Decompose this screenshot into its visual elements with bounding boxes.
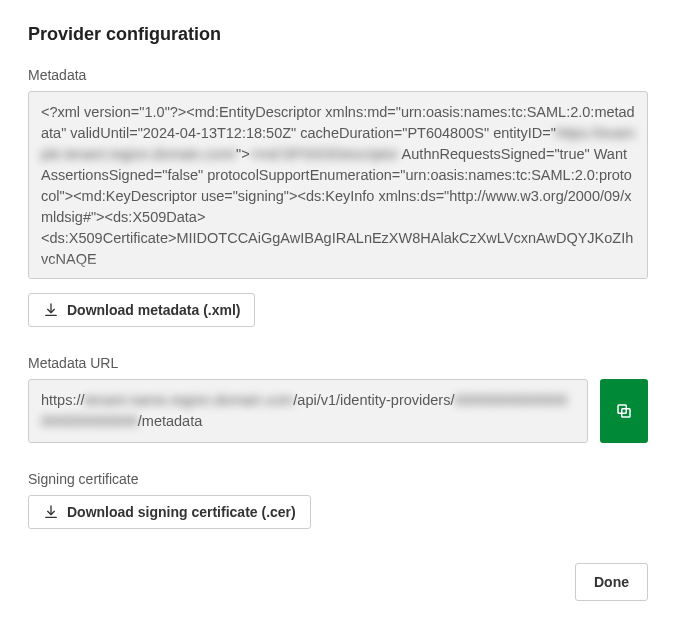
download-icon (43, 504, 59, 520)
url-redacted-host: tenant-name.region.domain.com (85, 392, 294, 408)
copy-icon (615, 402, 633, 420)
url-prefix: https:// (41, 392, 85, 408)
url-middle: /api/v1/identity-providers/ (293, 392, 454, 408)
metadata-url-content: https://tenant-name.region.domain.com/ap… (28, 379, 588, 443)
metadata-url-label: Metadata URL (28, 355, 648, 371)
download-metadata-label: Download metadata (.xml) (67, 302, 240, 318)
download-signing-cert-label: Download signing certificate (.cer) (67, 504, 296, 520)
download-signing-cert-button[interactable]: Download signing certificate (.cer) (28, 495, 311, 529)
metadata-label: Metadata (28, 67, 648, 83)
copy-url-button[interactable] (600, 379, 648, 443)
metadata-text: <?xml version="1.0"?><md:EntityDescripto… (41, 104, 635, 141)
metadata-text: "> (236, 146, 250, 162)
download-icon (43, 302, 59, 318)
page-title: Provider configuration (28, 24, 648, 45)
metadata-redacted-sp: <md:SPSSODescriptor (250, 146, 399, 162)
done-button[interactable]: Done (575, 563, 648, 601)
signing-cert-label: Signing certificate (28, 471, 648, 487)
download-metadata-button[interactable]: Download metadata (.xml) (28, 293, 255, 327)
url-suffix: /metadata (138, 413, 203, 429)
metadata-content: <?xml version="1.0"?><md:EntityDescripto… (28, 91, 648, 279)
